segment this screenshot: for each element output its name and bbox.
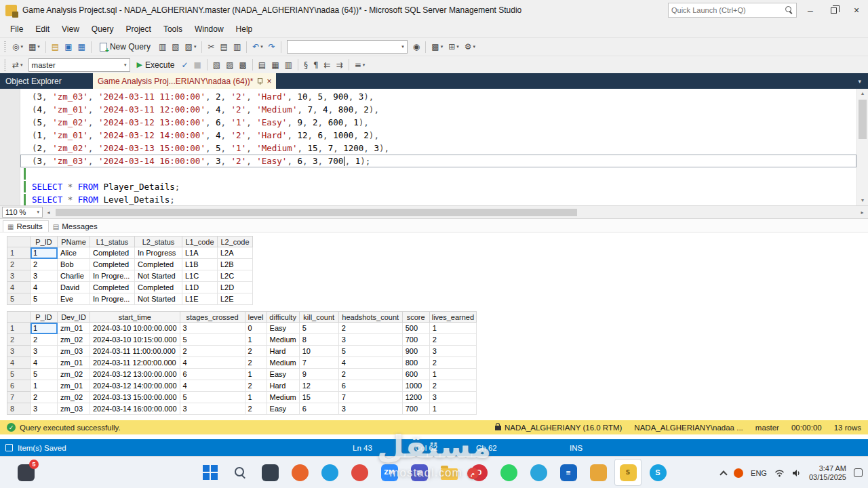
taskbar-skype-icon[interactable]: S bbox=[644, 459, 671, 486]
grid-cell[interactable]: 4 bbox=[31, 282, 58, 293]
grid-cell[interactable]: 12 bbox=[299, 380, 338, 392]
taskbar-telegram-icon[interactable] bbox=[525, 459, 552, 486]
grid-cell[interactable]: 2024-03-13 15:00:00.000 bbox=[90, 392, 180, 403]
taskbar-notification-app-icon[interactable]: 5 bbox=[12, 459, 39, 486]
grid-cell[interactable]: 700 bbox=[402, 403, 429, 415]
grid-cell[interactable]: 2 bbox=[245, 380, 267, 392]
grid-cell[interactable]: Not Started bbox=[135, 293, 182, 305]
grid-cell[interactable]: 2 bbox=[338, 369, 402, 380]
column-header-L1_status[interactable]: L1_status bbox=[90, 237, 135, 247]
indent-icon[interactable]: ⇉ bbox=[334, 60, 345, 70]
copy-icon[interactable]: ▤ bbox=[218, 41, 230, 52]
open-file-icon[interactable]: ▤ bbox=[50, 41, 61, 52]
grid-cell[interactable]: 2024-03-10 10:15:00.000 bbox=[90, 334, 180, 346]
comment-icon[interactable]: § bbox=[302, 60, 310, 70]
grid-cell[interactable]: 0 bbox=[245, 323, 267, 334]
grid-cell[interactable]: 6 bbox=[180, 369, 245, 380]
row-header[interactable]: 5 bbox=[7, 369, 31, 380]
grid-row[interactable]: 55EveIn Progre...Not StartedL1EL2E bbox=[7, 293, 253, 305]
taskbar-photos-app-icon[interactable] bbox=[585, 459, 612, 486]
minimize-button[interactable]: – bbox=[799, 0, 822, 20]
code-line[interactable]: (4, 'zm_01', '2024-03-11 12:00:00', 4, '… bbox=[20, 103, 856, 116]
menu-view[interactable]: View bbox=[56, 22, 85, 36]
wifi-icon[interactable] bbox=[774, 469, 785, 477]
grid-cell[interactable]: Completed bbox=[135, 259, 182, 270]
grid-cell[interactable]: 2 bbox=[245, 357, 267, 369]
tray-app-icon[interactable] bbox=[734, 468, 743, 478]
estimated-plan-icon[interactable]: ▧ bbox=[211, 60, 222, 70]
grid-cell[interactable]: 2024-03-12 14:00:00.000 bbox=[90, 380, 180, 392]
object-explorer-caption[interactable]: Object Explorer bbox=[0, 73, 93, 89]
grid-cell[interactable]: zm_02 bbox=[58, 334, 90, 346]
uncomment-icon[interactable]: ¶ bbox=[311, 60, 321, 70]
scroll-up-arrow-icon[interactable]: ▴ bbox=[857, 89, 868, 98]
menu-project[interactable]: Project bbox=[120, 22, 157, 36]
grid-cell[interactable]: 2 bbox=[338, 323, 402, 334]
scroll-left-arrow-icon[interactable]: ◂ bbox=[43, 209, 54, 216]
undo-icon[interactable]: ↶▾ bbox=[250, 41, 265, 52]
available-databases-icon[interactable]: ⇄▾ bbox=[10, 60, 25, 70]
grid-cell[interactable]: 5 bbox=[180, 392, 245, 403]
grid-row[interactable]: 11zm_012024-03-10 10:00:00.00030Easy5250… bbox=[7, 323, 477, 334]
grid-cell[interactable]: 5 bbox=[180, 334, 245, 346]
column-header-P_ID[interactable]: P_ID bbox=[31, 312, 58, 323]
grid-cell[interactable]: 2 bbox=[245, 346, 267, 357]
grid-cell[interactable]: Completed bbox=[90, 247, 135, 259]
restore-button[interactable] bbox=[822, 0, 845, 20]
outdent-icon[interactable]: ⇇ bbox=[322, 60, 333, 70]
grid-cell[interactable]: Hard bbox=[267, 346, 299, 357]
grid-cell[interactable]: 3 bbox=[31, 403, 58, 415]
grid-cell[interactable]: 5 bbox=[338, 346, 402, 357]
grid-cell[interactable]: In Progress bbox=[135, 247, 182, 259]
line-indicator[interactable]: Ln 43 bbox=[353, 439, 372, 456]
grid-cell[interactable]: zm_01 bbox=[58, 323, 90, 334]
grid-row[interactable]: 33CharlieIn Progre...Not StartedL1CL2C bbox=[7, 270, 253, 282]
grid-cell[interactable]: 900 bbox=[402, 346, 429, 357]
toolbar-grip[interactable] bbox=[4, 60, 6, 70]
column-header-L2_status[interactable]: L2_status bbox=[135, 237, 182, 247]
grid-cell[interactable]: 2024-03-14 16:00:00.000 bbox=[90, 403, 180, 415]
scroll-down-arrow-icon[interactable]: ▾ bbox=[857, 196, 868, 205]
column-header-P_ID[interactable]: P_ID bbox=[31, 237, 58, 247]
grid-cell[interactable]: Medium bbox=[267, 392, 299, 403]
scroll-right-arrow-icon[interactable]: ▸ bbox=[856, 209, 868, 216]
taskbar-notes-app-icon[interactable]: ≡ bbox=[555, 459, 582, 486]
results-to-file-icon[interactable]: ▥ bbox=[283, 60, 294, 70]
grid-cell[interactable]: 2024-03-11 11:00:00.000 bbox=[90, 346, 180, 357]
toolbar-grip[interactable] bbox=[4, 41, 6, 52]
grid-cell[interactable]: L2A bbox=[218, 247, 253, 259]
grid-cell[interactable]: 10 bbox=[299, 346, 338, 357]
character-indicator[interactable]: Ch 62 bbox=[476, 439, 497, 456]
grid-cell[interactable]: L1A bbox=[182, 247, 218, 259]
close-icon[interactable]: × bbox=[267, 77, 271, 85]
grid-cell[interactable]: Completed bbox=[135, 282, 182, 293]
menu-window[interactable]: Window bbox=[189, 22, 230, 36]
grid-cell[interactable]: 1200 bbox=[402, 392, 429, 403]
column-header-headshots_count[interactable]: headshots_count bbox=[338, 312, 402, 323]
code-line[interactable]: (3, 'zm_03', '2024-03-11 11:00:00', 2, '… bbox=[20, 90, 856, 103]
grid-row[interactable]: 44DavidCompletedCompletedL1DL2D bbox=[7, 282, 253, 293]
row-header[interactable]: 2 bbox=[7, 334, 31, 346]
language-indicator[interactable]: ENG bbox=[751, 469, 767, 477]
column-header-difficulty[interactable]: difficulty bbox=[267, 312, 299, 323]
redo-icon[interactable]: ↷ bbox=[267, 41, 277, 52]
menu-tools[interactable]: Tools bbox=[157, 22, 189, 36]
grid-row[interactable]: 55zm_022024-03-12 13:00:00.00061Easy9260… bbox=[7, 369, 477, 380]
grid-cell[interactable]: zm_02 bbox=[58, 369, 90, 380]
database-selector[interactable]: master ▾ bbox=[28, 58, 130, 72]
grid-row[interactable]: 61zm_012024-03-12 14:00:00.00042Hard1261… bbox=[7, 380, 477, 392]
insert-mode-indicator[interactable]: INS bbox=[570, 439, 583, 456]
grid-cell[interactable]: Bob bbox=[58, 259, 90, 270]
toolbar-combo-box[interactable]: ▾ bbox=[287, 40, 408, 54]
grid-cell[interactable]: Completed bbox=[90, 282, 135, 293]
save-icon[interactable]: ▣ bbox=[62, 41, 74, 52]
grid-splitter[interactable] bbox=[7, 305, 868, 311]
grid-cell[interactable]: 800 bbox=[402, 357, 429, 369]
code-line[interactable]: SELECT * FROM Level_Details; bbox=[20, 193, 856, 206]
column-header-start_time[interactable]: start_time bbox=[90, 312, 180, 323]
grid-cell[interactable]: Charlie bbox=[58, 270, 90, 282]
grid-cell[interactable]: 8 bbox=[299, 334, 338, 346]
connect-icon[interactable]: ◎▾ bbox=[10, 41, 25, 52]
grid-cell[interactable]: 2024-03-12 13:00:00.000 bbox=[90, 369, 180, 380]
grid-cell[interactable]: Not Started bbox=[135, 270, 182, 282]
